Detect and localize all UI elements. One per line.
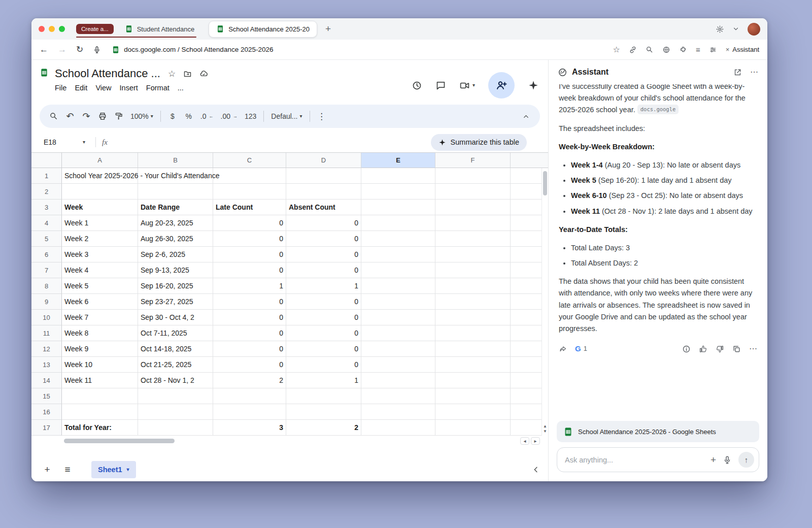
- search-menus-button[interactable]: [46, 108, 62, 125]
- cell-E17[interactable]: [361, 420, 435, 436]
- cell-E10[interactable]: [361, 310, 435, 325]
- copy-link-icon[interactable]: [629, 46, 637, 54]
- site-info-globe-icon[interactable]: [662, 46, 670, 54]
- forward-button[interactable]: →: [58, 45, 66, 54]
- cell-E5[interactable]: [361, 231, 435, 247]
- cell-D13[interactable]: 0: [286, 357, 361, 373]
- cell-C1[interactable]: [213, 168, 286, 184]
- select-all-corner[interactable]: [31, 153, 62, 168]
- cell-E6[interactable]: [361, 247, 435, 262]
- share-button[interactable]: [488, 72, 515, 98]
- cell-D9[interactable]: 0: [286, 294, 361, 310]
- vertical-scroll-thumb[interactable]: [543, 171, 547, 195]
- extensions-icon[interactable]: [679, 46, 687, 54]
- add-sheet-button[interactable]: +: [40, 462, 55, 477]
- cell-B15[interactable]: [138, 388, 213, 404]
- cell-C3[interactable]: Late Count: [213, 200, 286, 215]
- cell-C4[interactable]: 0: [213, 215, 286, 231]
- tab-school-attendance[interactable]: School Attendance 2025-20: [209, 21, 317, 38]
- thumbs-up-icon[interactable]: [699, 345, 707, 353]
- send-button[interactable]: ↑: [738, 452, 754, 468]
- cell-B2[interactable]: [138, 184, 213, 200]
- all-sheets-menu-button[interactable]: ≡: [60, 462, 75, 477]
- cell-B4[interactable]: Aug 20-23, 2025: [138, 215, 213, 231]
- cell-C12[interactable]: 0: [213, 341, 286, 357]
- cell-E4[interactable]: [361, 215, 435, 231]
- cell-D11[interactable]: 0: [286, 325, 361, 341]
- ask-input[interactable]: [565, 456, 704, 464]
- cell-C14[interactable]: 2: [213, 373, 286, 388]
- number-format-button[interactable]: 123: [241, 108, 260, 125]
- row-header-3[interactable]: 3: [31, 200, 62, 215]
- source-chip[interactable]: docs.google: [637, 105, 679, 114]
- column-header-F[interactable]: F: [435, 153, 511, 168]
- summarize-table-button[interactable]: Summarize this table: [431, 134, 527, 151]
- cell-B9[interactable]: Sep 23-27, 2025: [138, 294, 213, 310]
- assistant-toggle-button[interactable]: × Assistant: [726, 46, 759, 53]
- cell-B16[interactable]: [138, 404, 213, 420]
- scroll-right-button[interactable]: ▸: [531, 437, 540, 445]
- menu-file[interactable]: File: [51, 82, 71, 93]
- cell-B7[interactable]: Sep 9-13, 2025: [138, 262, 213, 278]
- cell-D15[interactable]: [286, 388, 361, 404]
- more-toolbar-button[interactable]: ⋮: [314, 108, 330, 125]
- back-button[interactable]: ←: [40, 45, 48, 54]
- address-bar[interactable]: docs.google.com / School Attendance 2025…: [112, 46, 273, 54]
- cell-C5[interactable]: 0: [213, 231, 286, 247]
- row-header-4[interactable]: 4: [31, 215, 62, 231]
- menu-more[interactable]: ...: [174, 82, 188, 93]
- cell-B5[interactable]: Aug 26-30, 2025: [138, 231, 213, 247]
- cell-D17[interactable]: 2: [286, 420, 361, 436]
- row-header-17[interactable]: 17: [31, 420, 62, 436]
- cell-F15[interactable]: [435, 388, 511, 404]
- menu-insert[interactable]: Insert: [116, 82, 142, 93]
- row-header-9[interactable]: 9: [31, 294, 62, 310]
- format-percent-button[interactable]: %: [181, 108, 197, 125]
- bookmark-star-icon[interactable]: ☆: [613, 45, 620, 54]
- cell-F6[interactable]: [435, 247, 511, 262]
- vertical-scrollbar[interactable]: ▲▼: [542, 168, 548, 436]
- row-header-10[interactable]: 10: [31, 310, 62, 325]
- cell-B17[interactable]: [138, 420, 213, 436]
- cell-D8[interactable]: 1: [286, 278, 361, 294]
- tab-group-chip[interactable]: Create a...: [76, 24, 114, 34]
- cell-F2[interactable]: [435, 184, 511, 200]
- cell-F9[interactable]: [435, 294, 511, 310]
- cell-F4[interactable]: [435, 215, 511, 231]
- chevron-down-icon[interactable]: [732, 25, 739, 32]
- cell-F11[interactable]: [435, 325, 511, 341]
- decrease-decimals-button[interactable]: .0←: [197, 108, 217, 125]
- print-button[interactable]: [94, 108, 111, 125]
- cell-F7[interactable]: [435, 262, 511, 278]
- collapse-panel-button[interactable]: [532, 466, 540, 474]
- row-header-7[interactable]: 7: [31, 262, 62, 278]
- column-header-D[interactable]: D: [286, 153, 361, 168]
- cell-A5[interactable]: Week 2: [62, 231, 138, 247]
- menu-format[interactable]: Format: [142, 82, 174, 93]
- cell-C13[interactable]: 0: [213, 357, 286, 373]
- close-window-button[interactable]: [39, 26, 45, 32]
- vertical-scroll-arrows[interactable]: ▲▼: [542, 424, 548, 434]
- file-context-card[interactable]: School Attendance 2025-2026 - Google She…: [557, 421, 759, 442]
- cell-E11[interactable]: [361, 325, 435, 341]
- cell-F14[interactable]: [435, 373, 511, 388]
- cell-A3[interactable]: Week: [62, 200, 138, 215]
- cell-C10[interactable]: 0: [213, 310, 286, 325]
- cell-D14[interactable]: 1: [286, 373, 361, 388]
- move-folder-icon[interactable]: [183, 70, 192, 78]
- cell-B12[interactable]: Oct 14-18, 2025: [138, 341, 213, 357]
- tune-sliders-icon[interactable]: [709, 46, 717, 54]
- cell-D6[interactable]: 0: [286, 247, 361, 262]
- menu-view[interactable]: View: [91, 82, 115, 93]
- cell-F13[interactable]: [435, 357, 511, 373]
- row-header-5[interactable]: 5: [31, 231, 62, 247]
- column-header-E[interactable]: E: [361, 153, 435, 168]
- cell-B10[interactable]: Sep 30 - Oct 4, 2: [138, 310, 213, 325]
- cell-A1[interactable]: School Year 2025-2026 - Your Child's Att…: [62, 168, 138, 184]
- row-header-12[interactable]: 12: [31, 341, 62, 357]
- cell-B6[interactable]: Sep 2-6, 2025: [138, 247, 213, 262]
- reading-list-icon[interactable]: ≡: [696, 45, 700, 54]
- menu-edit[interactable]: Edit: [71, 82, 91, 93]
- cell-D1[interactable]: [286, 168, 361, 184]
- cell-A10[interactable]: Week 7: [62, 310, 138, 325]
